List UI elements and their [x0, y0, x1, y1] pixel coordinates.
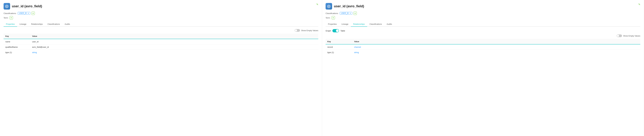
- right-edit-icon[interactable]: ✎: [638, 3, 640, 6]
- right-classifications-label: Classifications:: [326, 12, 338, 15]
- right-classification-tag[interactable]: USER_ID ✕: [340, 12, 352, 15]
- right-graph-label: Graph: [326, 30, 331, 32]
- right-panel-header: A user_id (avro_field) ✎: [326, 3, 640, 10]
- right-graph-view-toggle[interactable]: [332, 29, 339, 32]
- left-row3-value[interactable]: string: [30, 50, 318, 55]
- right-table-label: Table: [340, 30, 345, 32]
- left-tab-lineage[interactable]: Lineage: [17, 22, 29, 27]
- right-data-table: Key Value record channel type (1) string: [326, 39, 640, 55]
- table-row: record channel: [326, 44, 640, 50]
- left-show-empty-toggle[interactable]: [295, 29, 300, 32]
- left-add-term-button[interactable]: +: [10, 16, 13, 19]
- right-show-empty-toggle[interactable]: [617, 34, 622, 37]
- left-classification-tag[interactable]: USER_ID ✕: [18, 12, 30, 15]
- left-tabs: Properties Lineage Relationships Classif…: [4, 22, 318, 27]
- right-col-value: Value: [352, 39, 640, 44]
- right-graph-toggle-row: Graph Table: [326, 29, 640, 32]
- left-row3-key: type (1): [4, 50, 30, 55]
- svg-text:A: A: [328, 6, 330, 7]
- left-tab-relationships[interactable]: Relationships: [29, 22, 45, 27]
- right-tab-relationships[interactable]: Relationships: [351, 22, 367, 27]
- right-entity-title: user_id (avro_field): [334, 4, 364, 8]
- left-tag-text: USER_ID: [19, 12, 27, 14]
- right-tab-lineage[interactable]: Lineage: [339, 22, 351, 27]
- left-tab-properties[interactable]: Properties: [4, 22, 17, 27]
- left-row2-value: avro_field@user_id: [30, 44, 318, 50]
- left-row2-key: qualifiedName: [4, 44, 30, 50]
- right-tab-audits[interactable]: Audits: [384, 22, 394, 27]
- table-row: name user_id: [4, 39, 318, 44]
- left-col-value: Value: [30, 34, 318, 39]
- left-panel: A user_id (avro_field) ✎ Classifications…: [0, 0, 322, 136]
- left-data-table: Key Value name user_id qualifiedName avr…: [4, 34, 318, 55]
- right-add-term-button[interactable]: +: [332, 16, 335, 19]
- left-classifications-label: Classifications:: [4, 12, 16, 15]
- right-tag-text: USER_ID: [341, 12, 349, 14]
- left-term-label: Term:: [4, 17, 8, 19]
- right-row1-key: record: [326, 44, 352, 50]
- left-entity-icon: A: [4, 3, 10, 10]
- right-tab-classifications[interactable]: Classifications: [367, 22, 384, 27]
- right-term-label: Term:: [326, 17, 330, 19]
- left-tab-classifications[interactable]: Classifications: [45, 22, 62, 27]
- left-show-empty-row: Show Empty Values: [4, 29, 318, 32]
- table-row: type (1) string: [326, 50, 640, 55]
- right-row2-value[interactable]: string: [352, 50, 640, 55]
- right-tab-properties[interactable]: Properties: [326, 22, 339, 27]
- right-row2-key: type (1): [326, 50, 352, 55]
- left-row1-key: name: [4, 39, 30, 44]
- right-tag-close-icon[interactable]: ✕: [350, 12, 351, 14]
- left-entity-title: user_id (avro_field): [12, 4, 42, 8]
- right-classifications-row: Classifications: USER_ID ✕ +: [326, 12, 640, 15]
- right-show-empty-row: Show Empty Values: [326, 34, 640, 37]
- left-panel-header: A user_id (avro_field) ✎: [4, 3, 318, 10]
- svg-text:A: A: [6, 6, 8, 7]
- right-row1-value[interactable]: channel: [352, 44, 640, 50]
- right-entity-icon: A: [326, 3, 332, 10]
- table-row: qualifiedName avro_field@user_id: [4, 44, 318, 50]
- right-tabs: Properties Lineage Relationships Classif…: [326, 22, 640, 27]
- right-content-area: Graph Table Show Empty Values Key Value …: [326, 27, 640, 55]
- left-edit-icon[interactable]: ✎: [316, 3, 318, 6]
- left-content-area: Show Empty Values Key Value name user_id…: [4, 27, 318, 55]
- left-tag-close-icon[interactable]: ✕: [28, 12, 29, 14]
- right-add-classification-button[interactable]: +: [354, 12, 357, 15]
- left-add-classification-button[interactable]: +: [32, 12, 35, 15]
- right-show-empty-label: Show Empty Values: [623, 35, 640, 37]
- right-term-row: Term: +: [326, 16, 640, 19]
- left-show-empty-label: Show Empty Values: [301, 29, 318, 32]
- left-tab-audits[interactable]: Audits: [62, 22, 72, 27]
- left-classifications-row: Classifications: USER_ID ✕ +: [4, 12, 318, 15]
- right-col-key: Key: [326, 39, 352, 44]
- table-row: type (1) string: [4, 50, 318, 55]
- left-term-row: Term: +: [4, 16, 318, 19]
- left-col-key: Key: [4, 34, 30, 39]
- left-row1-value: user_id: [30, 39, 318, 44]
- right-panel: A user_id (avro_field) ✎ Classifications…: [322, 0, 644, 136]
